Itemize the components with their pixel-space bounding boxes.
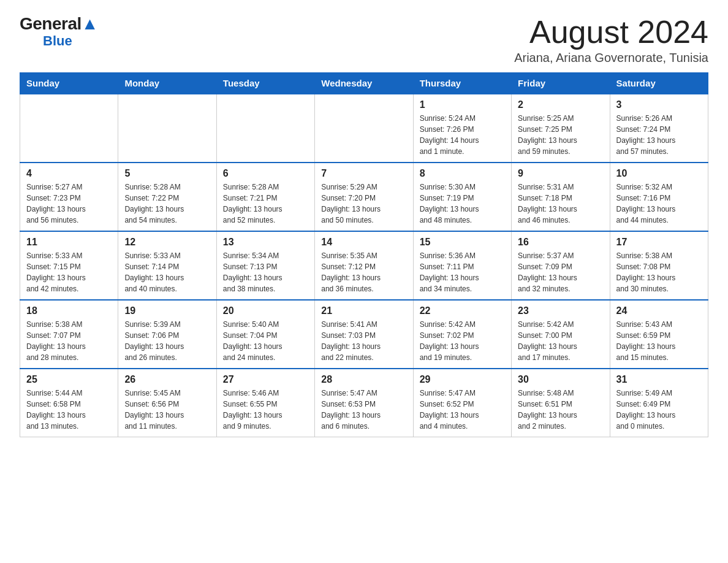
logo-blue: Blue (43, 34, 72, 48)
calendar-cell: 28Sunrise: 5:47 AM Sunset: 6:53 PM Dayli… (315, 369, 413, 437)
col-thursday: Thursday (413, 73, 511, 94)
col-friday: Friday (512, 73, 610, 94)
calendar-cell: 31Sunrise: 5:49 AM Sunset: 6:49 PM Dayli… (610, 369, 708, 437)
day-info: Sunrise: 5:47 AM Sunset: 6:52 PM Dayligh… (420, 388, 505, 432)
calendar-cell: 5Sunrise: 5:28 AM Sunset: 7:22 PM Daylig… (118, 163, 216, 231)
calendar-cell: 10Sunrise: 5:32 AM Sunset: 7:16 PM Dayli… (610, 163, 708, 231)
calendar-cell: 22Sunrise: 5:42 AM Sunset: 7:02 PM Dayli… (413, 300, 511, 369)
calendar-table: Sunday Monday Tuesday Wednesday Thursday… (20, 72, 708, 437)
calendar-header-row: Sunday Monday Tuesday Wednesday Thursday… (20, 73, 708, 94)
day-number: 24 (616, 305, 702, 316)
day-number: 12 (124, 237, 210, 248)
calendar-cell (20, 94, 118, 163)
day-number: 3 (616, 99, 702, 110)
day-info: Sunrise: 5:28 AM Sunset: 7:21 PM Dayligh… (223, 182, 308, 226)
day-info: Sunrise: 5:39 AM Sunset: 7:06 PM Dayligh… (124, 319, 210, 363)
title-block: August 2024 Ariana, Ariana Governorate, … (514, 15, 708, 65)
calendar-cell: 19Sunrise: 5:39 AM Sunset: 7:06 PM Dayli… (118, 300, 216, 369)
week-row-4: 18Sunrise: 5:38 AM Sunset: 7:07 PM Dayli… (20, 300, 708, 369)
day-number: 28 (321, 374, 406, 385)
col-sunday: Sunday (20, 73, 118, 94)
logo-general: General▲ (20, 15, 98, 34)
calendar-cell (315, 94, 413, 163)
calendar-cell (118, 94, 216, 163)
day-info: Sunrise: 5:38 AM Sunset: 7:08 PM Dayligh… (616, 250, 702, 294)
day-info: Sunrise: 5:49 AM Sunset: 6:49 PM Dayligh… (616, 388, 702, 432)
calendar-cell: 16Sunrise: 5:37 AM Sunset: 7:09 PM Dayli… (512, 231, 610, 300)
day-number: 13 (223, 237, 308, 248)
day-info: Sunrise: 5:38 AM Sunset: 7:07 PM Dayligh… (26, 319, 112, 363)
calendar-cell: 3Sunrise: 5:26 AM Sunset: 7:24 PM Daylig… (610, 94, 708, 163)
calendar-cell: 27Sunrise: 5:46 AM Sunset: 6:55 PM Dayli… (216, 369, 314, 437)
col-wednesday: Wednesday (315, 73, 413, 94)
day-number: 29 (420, 374, 505, 385)
day-number: 19 (124, 305, 210, 316)
day-number: 14 (321, 237, 406, 248)
week-row-3: 11Sunrise: 5:33 AM Sunset: 7:15 PM Dayli… (20, 231, 708, 300)
day-info: Sunrise: 5:34 AM Sunset: 7:13 PM Dayligh… (223, 250, 308, 294)
day-info: Sunrise: 5:29 AM Sunset: 7:20 PM Dayligh… (321, 182, 406, 226)
logo-triangle-icon: ▲ (82, 14, 98, 33)
day-info: Sunrise: 5:27 AM Sunset: 7:23 PM Dayligh… (26, 182, 112, 226)
day-info: Sunrise: 5:42 AM Sunset: 7:00 PM Dayligh… (518, 319, 603, 363)
day-number: 6 (223, 168, 308, 179)
calendar-cell: 14Sunrise: 5:35 AM Sunset: 7:12 PM Dayli… (315, 231, 413, 300)
day-number: 15 (420, 237, 505, 248)
month-title: August 2024 (514, 15, 708, 50)
day-info: Sunrise: 5:33 AM Sunset: 7:15 PM Dayligh… (26, 250, 112, 294)
calendar-cell: 2Sunrise: 5:25 AM Sunset: 7:25 PM Daylig… (512, 94, 610, 163)
day-info: Sunrise: 5:31 AM Sunset: 7:18 PM Dayligh… (518, 182, 603, 226)
day-info: Sunrise: 5:48 AM Sunset: 6:51 PM Dayligh… (518, 388, 603, 432)
day-info: Sunrise: 5:33 AM Sunset: 7:14 PM Dayligh… (124, 250, 210, 294)
day-number: 1 (420, 99, 505, 110)
day-info: Sunrise: 5:47 AM Sunset: 6:53 PM Dayligh… (321, 388, 406, 432)
week-row-1: 1Sunrise: 5:24 AM Sunset: 7:26 PM Daylig… (20, 94, 708, 163)
calendar-cell: 6Sunrise: 5:28 AM Sunset: 7:21 PM Daylig… (216, 163, 314, 231)
day-number: 17 (616, 237, 702, 248)
calendar-cell: 21Sunrise: 5:41 AM Sunset: 7:03 PM Dayli… (315, 300, 413, 369)
location: Ariana, Ariana Governorate, Tunisia (514, 51, 708, 65)
day-info: Sunrise: 5:44 AM Sunset: 6:58 PM Dayligh… (26, 388, 112, 432)
day-number: 5 (124, 168, 210, 179)
day-info: Sunrise: 5:40 AM Sunset: 7:04 PM Dayligh… (223, 319, 308, 363)
day-info: Sunrise: 5:26 AM Sunset: 7:24 PM Dayligh… (616, 113, 702, 157)
day-number: 30 (518, 374, 603, 385)
calendar-cell: 30Sunrise: 5:48 AM Sunset: 6:51 PM Dayli… (512, 369, 610, 437)
day-info: Sunrise: 5:41 AM Sunset: 7:03 PM Dayligh… (321, 319, 406, 363)
calendar-cell: 25Sunrise: 5:44 AM Sunset: 6:58 PM Dayli… (20, 369, 118, 437)
calendar-cell: 4Sunrise: 5:27 AM Sunset: 7:23 PM Daylig… (20, 163, 118, 231)
calendar-cell: 18Sunrise: 5:38 AM Sunset: 7:07 PM Dayli… (20, 300, 118, 369)
calendar-cell: 13Sunrise: 5:34 AM Sunset: 7:13 PM Dayli… (216, 231, 314, 300)
day-number: 18 (26, 305, 112, 316)
day-info: Sunrise: 5:24 AM Sunset: 7:26 PM Dayligh… (420, 113, 505, 157)
day-number: 4 (26, 168, 112, 179)
calendar-cell: 7Sunrise: 5:29 AM Sunset: 7:20 PM Daylig… (315, 163, 413, 231)
col-tuesday: Tuesday (216, 73, 314, 94)
day-number: 16 (518, 237, 603, 248)
day-info: Sunrise: 5:37 AM Sunset: 7:09 PM Dayligh… (518, 250, 603, 294)
day-info: Sunrise: 5:36 AM Sunset: 7:11 PM Dayligh… (420, 250, 505, 294)
day-number: 22 (420, 305, 505, 316)
day-number: 11 (26, 237, 112, 248)
col-monday: Monday (118, 73, 216, 94)
col-saturday: Saturday (610, 73, 708, 94)
week-row-5: 25Sunrise: 5:44 AM Sunset: 6:58 PM Dayli… (20, 369, 708, 437)
day-info: Sunrise: 5:42 AM Sunset: 7:02 PM Dayligh… (420, 319, 505, 363)
calendar-cell: 20Sunrise: 5:40 AM Sunset: 7:04 PM Dayli… (216, 300, 314, 369)
day-info: Sunrise: 5:32 AM Sunset: 7:16 PM Dayligh… (616, 182, 702, 226)
calendar-cell: 1Sunrise: 5:24 AM Sunset: 7:26 PM Daylig… (413, 94, 511, 163)
day-number: 2 (518, 99, 603, 110)
day-number: 10 (616, 168, 702, 179)
calendar-cell: 8Sunrise: 5:30 AM Sunset: 7:19 PM Daylig… (413, 163, 511, 231)
day-info: Sunrise: 5:45 AM Sunset: 6:56 PM Dayligh… (124, 388, 210, 432)
page-header: General▲ Blue August 2024 Ariana, Ariana… (20, 15, 708, 65)
day-info: Sunrise: 5:43 AM Sunset: 6:59 PM Dayligh… (616, 319, 702, 363)
calendar-cell: 11Sunrise: 5:33 AM Sunset: 7:15 PM Dayli… (20, 231, 118, 300)
week-row-2: 4Sunrise: 5:27 AM Sunset: 7:23 PM Daylig… (20, 163, 708, 231)
calendar-cell: 24Sunrise: 5:43 AM Sunset: 6:59 PM Dayli… (610, 300, 708, 369)
day-number: 7 (321, 168, 406, 179)
calendar-cell: 17Sunrise: 5:38 AM Sunset: 7:08 PM Dayli… (610, 231, 708, 300)
day-number: 27 (223, 374, 308, 385)
day-number: 9 (518, 168, 603, 179)
day-number: 25 (26, 374, 112, 385)
